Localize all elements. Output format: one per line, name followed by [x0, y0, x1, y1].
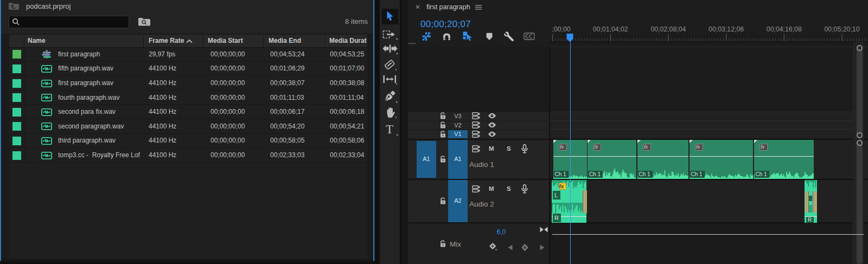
svg-text:T: T [386, 123, 393, 136]
